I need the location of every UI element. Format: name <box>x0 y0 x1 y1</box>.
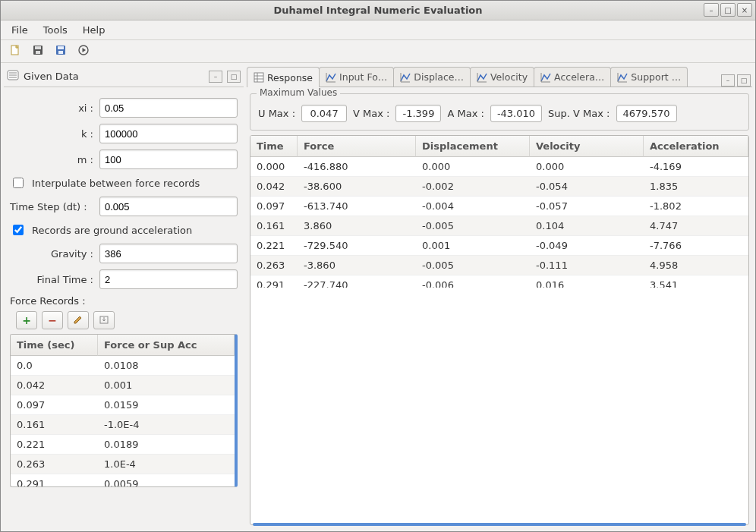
edit-record-button[interactable] <box>68 311 89 329</box>
m-label: m : <box>10 154 93 165</box>
cell-acceleration: 4.747 <box>644 220 748 231</box>
final-time-input[interactable] <box>99 269 238 289</box>
table-row[interactable]: 0.0970.0159 <box>11 395 235 415</box>
ground-accel-checkbox[interactable] <box>13 225 24 235</box>
table-row[interactable]: 0.161-1.0E-4 <box>11 415 235 435</box>
tab-input-force[interactable]: Input Fo… <box>319 67 394 87</box>
cell-force: -3.860 <box>298 260 416 271</box>
menu-help[interactable]: Help <box>77 22 112 38</box>
import-icon <box>99 314 109 327</box>
sv-max-value: 4679.570 <box>616 105 677 122</box>
new-file-icon <box>9 44 21 58</box>
panel-minimize-button[interactable]: – <box>209 71 222 83</box>
table-row[interactable]: 0.000-416.8800.0000.000-4.169 <box>250 157 748 177</box>
table-row[interactable]: 0.221-729.5400.001-0.049-7.766 <box>250 236 748 256</box>
response-header-displacement[interactable]: Displacement <box>416 136 530 157</box>
a-max-label: A Max : <box>447 108 484 119</box>
cell-displacement: -0.002 <box>416 181 530 192</box>
given-data-header: Given Data – □ <box>4 66 244 87</box>
menu-file[interactable]: File <box>5 22 34 38</box>
records-header-force[interactable]: Force or Sup Acc <box>98 335 235 356</box>
table-row[interactable]: 0.2210.0189 <box>11 435 235 455</box>
cell-force: 0.0159 <box>98 399 235 411</box>
cell-time: 0.097 <box>11 399 98 411</box>
table-row[interactable]: 0.1613.860-0.0050.1044.747 <box>250 216 748 236</box>
svg-rect-3 <box>36 51 40 54</box>
cell-displacement: -0.005 <box>416 220 530 231</box>
table-row[interactable]: 0.2631.0E-4 <box>11 455 235 474</box>
cell-displacement: 0.001 <box>416 240 530 251</box>
chart-icon <box>477 72 487 83</box>
tab-acceleration[interactable]: Accelera… <box>534 67 611 87</box>
results-minimize-button[interactable]: – <box>721 74 735 87</box>
panel-restore-button[interactable]: □ <box>227 71 241 83</box>
save-as-button[interactable] <box>52 43 69 60</box>
cell-force: 3.860 <box>298 220 416 231</box>
tab-velocity[interactable]: Velocity <box>470 67 534 87</box>
response-header-acceleration[interactable]: Acceleration <box>644 136 748 157</box>
u-max-value: 0.047 <box>301 105 347 122</box>
svg-rect-13 <box>254 73 263 82</box>
svg-rect-6 <box>58 51 63 54</box>
response-header-force[interactable]: Force <box>298 136 416 157</box>
chart-icon <box>617 72 628 83</box>
cell-force: 0.001 <box>98 379 235 391</box>
toolbar <box>1 40 755 63</box>
dt-label: Time Step (dt) : <box>10 201 93 212</box>
cell-acceleration: -1.802 <box>644 200 748 212</box>
new-file-button[interactable] <box>7 43 24 60</box>
table-row[interactable]: 0.042-38.600-0.002-0.0541.835 <box>250 177 748 197</box>
response-header-velocity[interactable]: Velocity <box>530 136 644 157</box>
table-row[interactable]: 0.2910.0059 <box>11 474 235 486</box>
cell-velocity: 0.016 <box>530 279 644 288</box>
gravity-input[interactable] <box>99 244 238 263</box>
a-max-value: -43.010 <box>490 105 542 122</box>
cell-force: 0.0059 <box>98 478 235 486</box>
cell-acceleration: 4.958 <box>644 260 748 271</box>
horizontal-scrollbar[interactable] <box>253 523 746 526</box>
maximize-button[interactable]: □ <box>720 3 736 17</box>
m-input[interactable] <box>99 150 238 169</box>
ground-accel-label: Records are ground acceleration <box>32 225 192 236</box>
cell-force: 1.0E-4 <box>98 458 235 470</box>
response-header-time[interactable]: Time <box>250 136 298 157</box>
cell-force: -227.740 <box>298 279 416 288</box>
app-window: Duhamel Integral Numeric Evaluation – □ … <box>0 0 756 532</box>
tab-support[interactable]: Support … <box>610 67 688 87</box>
import-record-button[interactable] <box>93 311 115 329</box>
cell-velocity: -0.054 <box>530 181 644 192</box>
tab-response[interactable]: Response <box>247 67 320 87</box>
run-button[interactable] <box>75 43 92 60</box>
results-restore-button[interactable]: □ <box>737 74 751 87</box>
save-button[interactable] <box>30 43 46 60</box>
table-row[interactable]: 0.291-227.740-0.0060.0163.541 <box>250 275 748 288</box>
tab-displacement[interactable]: Displace… <box>393 67 471 87</box>
xi-label: xi : <box>10 102 93 114</box>
form-icon <box>7 70 19 83</box>
interpolate-checkbox[interactable] <box>13 178 24 188</box>
cell-time: 0.097 <box>250 200 298 212</box>
k-input[interactable] <box>99 124 238 143</box>
cell-displacement: -0.005 <box>416 260 530 271</box>
force-records-label: Force Records : <box>10 295 238 307</box>
remove-record-button[interactable]: − <box>42 311 63 329</box>
records-header-time[interactable]: Time (sec) <box>11 335 98 356</box>
table-row[interactable]: 0.097-613.740-0.004-0.057-1.802 <box>250 197 748 216</box>
tab-velocity-label: Velocity <box>490 71 528 83</box>
add-record-button[interactable]: + <box>16 311 37 329</box>
k-label: k : <box>10 128 93 140</box>
cell-force: 0.0189 <box>98 439 235 450</box>
dt-input[interactable] <box>99 197 238 216</box>
cell-velocity: -0.057 <box>530 200 644 212</box>
xi-input[interactable] <box>99 98 238 118</box>
close-button[interactable]: × <box>737 3 752 17</box>
content-area: Given Data – □ xi : k : m : <box>1 63 755 531</box>
menu-tools[interactable]: Tools <box>37 22 74 38</box>
records-toolbar: + − <box>10 308 238 334</box>
table-row[interactable]: 0.00.0108 <box>11 356 235 376</box>
maximum-values-box: Maximum Values U Max : 0.047 V Max : -1.… <box>250 93 749 131</box>
table-row[interactable]: 0.0420.001 <box>11 376 235 395</box>
given-data-body: xi : k : m : Interpulate between force r… <box>4 87 244 528</box>
minimize-button[interactable]: – <box>704 3 719 17</box>
table-row[interactable]: 0.263-3.860-0.005-0.1114.958 <box>250 256 748 275</box>
